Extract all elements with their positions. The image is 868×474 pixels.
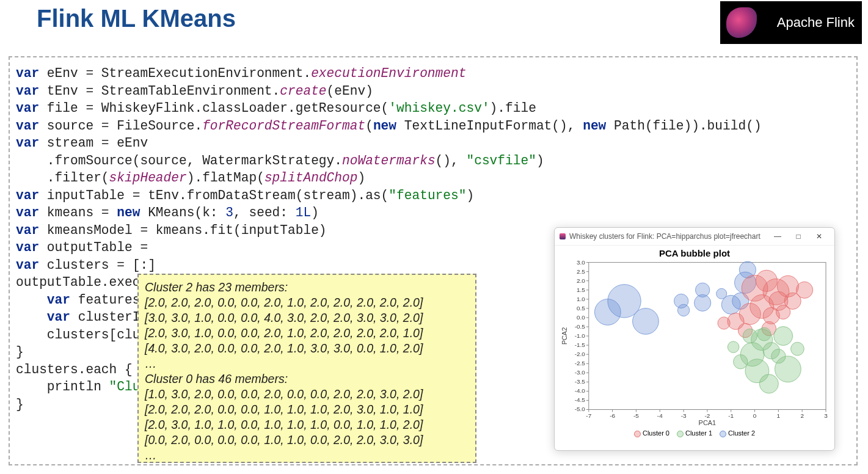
svg-point-61 [633, 308, 659, 335]
svg-point-65 [695, 294, 711, 311]
svg-text:0.5: 0.5 [577, 305, 585, 312]
svg-text:-1.0: -1.0 [575, 332, 586, 339]
svg-text:-4.0: -4.0 [575, 387, 586, 394]
chart-titlebar: Whiskey clusters for Flink: PCA=hipparch… [555, 228, 834, 246]
svg-text:-3.5: -3.5 [575, 378, 586, 385]
svg-text:-7: -7 [586, 412, 591, 419]
svg-point-97 [728, 341, 739, 353]
window-minimize-button[interactable]: — [767, 232, 788, 241]
svg-text:PCA1: PCA1 [699, 419, 717, 426]
pca-bubble-plot: -7-6-5-4-3-2-10123-5.0-4.5-4.0-3.5-3.0-2… [560, 260, 830, 428]
svg-text:3.0: 3.0 [577, 260, 585, 266]
svg-text:3: 3 [824, 412, 828, 419]
svg-text:-4.5: -4.5 [575, 396, 586, 403]
apache-flink-logo: Apache Flink [720, 1, 862, 44]
svg-point-63 [677, 304, 689, 316]
flink-squirrel-icon [726, 7, 757, 38]
svg-point-96 [791, 342, 804, 356]
svg-text:PCA2: PCA2 [561, 327, 568, 345]
svg-text:-1.5: -1.5 [575, 341, 586, 348]
svg-text:-3.0: -3.0 [575, 369, 586, 376]
svg-text:2.5: 2.5 [577, 268, 585, 275]
chart-window-title: Whiskey clusters for Flink: PCA=hipparch… [569, 232, 767, 241]
java-app-icon [560, 233, 566, 239]
svg-point-87 [774, 327, 793, 346]
svg-text:-1: -1 [728, 412, 734, 419]
svg-text:-2: -2 [704, 412, 710, 419]
svg-point-79 [776, 305, 790, 319]
window-maximize-button[interactable]: □ [788, 232, 809, 241]
flink-logo-label: Apache Flink [777, 15, 855, 31]
svg-text:-2.0: -2.0 [575, 351, 586, 357]
svg-point-94 [734, 355, 748, 369]
svg-text:-4: -4 [657, 412, 663, 419]
chart-title: PCA bubble plot [555, 246, 834, 258]
svg-text:-6: -6 [610, 412, 615, 419]
svg-text:2: 2 [800, 412, 804, 419]
svg-text:2.0: 2.0 [577, 277, 585, 284]
svg-text:-2.5: -2.5 [575, 360, 586, 366]
svg-text:1.0: 1.0 [577, 296, 585, 302]
chart-legend: Cluster 0Cluster 1Cluster 2 [555, 428, 834, 437]
chart-window: Whiskey clusters for Flink: PCA=hipparch… [554, 227, 835, 451]
cluster-output-tooltip: Cluster 2 has 23 members:[2.0, 2.0, 2.0,… [137, 274, 476, 463]
chart-plot-area: -7-6-5-4-3-2-10123-5.0-4.5-4.0-3.5-3.0-2… [560, 260, 830, 428]
svg-text:-3: -3 [681, 412, 687, 419]
page-title: Flink ML KMeans [37, 5, 236, 32]
svg-text:-5.0: -5.0 [575, 406, 586, 413]
svg-text:0.0: 0.0 [577, 314, 585, 321]
svg-point-85 [718, 317, 730, 329]
svg-point-80 [796, 282, 812, 298]
svg-text:1: 1 [777, 412, 781, 419]
svg-point-92 [775, 356, 801, 382]
window-close-button[interactable]: ✕ [809, 232, 830, 241]
svg-text:-5: -5 [633, 412, 639, 419]
svg-point-95 [743, 329, 757, 343]
svg-point-93 [759, 374, 778, 393]
svg-text:0: 0 [753, 412, 757, 419]
svg-point-98 [757, 327, 771, 341]
svg-text:1.5: 1.5 [577, 286, 585, 293]
svg-text:-0.5: -0.5 [575, 323, 586, 330]
